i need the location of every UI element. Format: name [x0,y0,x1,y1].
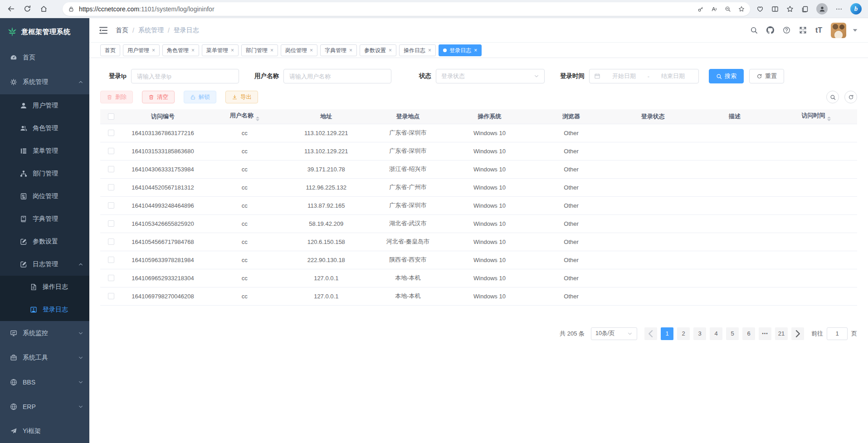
close-tab-icon[interactable]: × [474,47,477,54]
sidebar-item-user-mgmt[interactable]: 用户管理 [0,94,89,117]
favorites-icon[interactable] [786,5,794,13]
row-checkbox[interactable] [108,148,114,154]
close-tab-icon[interactable]: × [231,47,234,54]
sidebar-item-system-mgmt[interactable]: 系统管理 [0,70,89,94]
more-pages-button[interactable]: ••• [759,327,771,340]
github-icon[interactable] [766,26,774,34]
page-size-select[interactable]: 10条/页 [591,327,637,340]
jumper-input[interactable] [827,327,848,340]
help-icon[interactable] [783,26,790,34]
zoom-out-icon[interactable] [725,6,731,12]
page-button-1[interactable]: 1 [661,327,673,340]
sidebar-item-menu-mgmt[interactable]: 菜单管理 [0,140,89,162]
sidebar-item-dict-mgmt[interactable]: 字典管理 [0,208,89,230]
tab-dict-mgmt[interactable]: 字典管理× [320,44,357,56]
page-button-6[interactable]: 6 [742,327,755,340]
sidebar-item-param-settings[interactable]: 参数设置 [0,230,89,253]
sidebar-item-dept-mgmt[interactable]: 部门管理 [0,162,89,185]
toggle-search-button[interactable] [826,91,839,103]
row-checkbox[interactable] [108,293,114,299]
sidebar-item-bbs[interactable]: BBS [0,370,89,394]
close-tab-icon[interactable]: × [191,47,195,54]
tab-home[interactable]: 首页 [100,44,120,56]
sidebar-item-login-log[interactable]: 登录日志 [0,298,89,321]
close-tab-icon[interactable]: × [428,47,431,54]
row-checkbox[interactable] [108,275,114,281]
browser-back-icon[interactable] [7,5,15,13]
tab-role-mgmt[interactable]: 角色管理× [162,44,199,56]
sidebar-item-system-tools[interactable]: 系统工具 [0,346,89,370]
tab-post-mgmt[interactable]: 岗位管理× [281,44,317,56]
sidebar-item-yi-framework[interactable]: Yi框架 [0,419,89,443]
browser-profile-avatar[interactable] [816,3,828,15]
font-size-icon[interactable]: tT [815,26,822,34]
row-checkbox[interactable] [108,184,114,190]
page-button-21[interactable]: 21 [775,327,788,340]
clear-button[interactable]: 清空 [142,91,175,103]
tab-user-mgmt[interactable]: 用户管理× [123,44,160,56]
row-checkbox[interactable] [108,239,114,245]
user-name-input[interactable] [283,69,391,83]
tab-login-log[interactable]: 登录日志× [439,44,482,56]
browser-reload-icon[interactable] [24,5,31,13]
globe-icon [10,379,17,386]
collections-icon[interactable] [801,5,809,13]
page-button-5[interactable]: 5 [726,327,739,340]
sidebar-item-home[interactable]: 首页 [0,45,89,70]
close-tab-icon[interactable]: × [389,47,392,54]
tab-param-settings[interactable]: 参数设置× [360,44,396,56]
search-button[interactable]: 搜索 [709,69,744,83]
cell-description [694,251,775,269]
page-button-3[interactable]: 3 [693,327,706,340]
sidebar-item-role-mgmt[interactable]: 角色管理 [0,117,89,140]
tab-op-log[interactable]: 操作日志× [399,44,436,56]
login-ip-input[interactable] [131,69,239,83]
row-checkbox[interactable] [108,130,114,136]
sidebar-item-system-monitor[interactable]: 系统监控 [0,321,89,346]
delete-button[interactable]: 删除 [100,91,133,103]
close-tab-icon[interactable]: × [270,47,273,54]
column-header-user-name[interactable]: 用户名称 [204,109,285,124]
page-button-2[interactable]: 2 [677,327,690,340]
page-button-4[interactable]: 4 [710,327,722,340]
row-checkbox[interactable] [108,202,114,209]
unlock-button[interactable]: 解锁 [184,91,216,103]
add-favorite-star-icon[interactable] [738,6,745,12]
row-checkbox[interactable] [108,220,114,227]
browser-essentials-icon[interactable] [756,5,764,13]
reset-button[interactable]: 重置 [749,69,784,83]
breadcrumb-item[interactable]: 系统管理 [138,26,164,34]
next-page-button[interactable] [791,327,804,340]
bing-copilot-icon[interactable]: b [850,3,862,15]
close-tab-icon[interactable]: × [152,47,155,54]
browser-home-icon[interactable] [40,5,48,13]
collapse-sidebar-icon[interactable] [99,26,107,34]
breadcrumb-item[interactable]: 首页 [116,26,128,34]
split-screen-icon[interactable] [771,5,779,13]
tab-dept-mgmt[interactable]: 部门管理× [241,44,278,56]
close-tab-icon[interactable]: × [310,47,313,54]
address-bar[interactable]: https://ccnetcore.com:1101/system/log/lo… [63,2,750,16]
password-key-icon[interactable] [697,6,704,12]
browser-menu-icon[interactable] [835,5,843,13]
sidebar-item-erp[interactable]: ERP [0,394,89,419]
sidebar-item-log-mgmt[interactable]: 日志管理 [0,253,89,276]
row-checkbox[interactable] [108,257,114,263]
status-select[interactable]: 登录状态 [436,69,545,83]
avatar-caret-down-icon[interactable] [851,26,859,34]
prev-page-button[interactable] [644,327,657,340]
column-header-visit-time[interactable]: 访问时间 [775,109,857,124]
fullscreen-icon[interactable] [799,26,807,34]
read-aloud-icon[interactable] [711,6,717,12]
header-search-icon[interactable] [750,26,758,34]
close-tab-icon[interactable]: × [349,47,352,54]
sidebar-item-op-log[interactable]: 操作日志 [0,276,89,298]
export-button[interactable]: 导出 [225,91,258,103]
row-checkbox[interactable] [108,166,114,172]
login-time-range-picker[interactable]: 开始日期 - 结束日期 [589,69,699,83]
select-all-checkbox[interactable] [108,113,114,120]
tab-menu-mgmt[interactable]: 菜单管理× [202,44,239,56]
user-avatar[interactable] [831,23,846,38]
sidebar-item-post-mgmt[interactable]: 岗位管理 [0,185,89,208]
refresh-table-button[interactable] [844,91,857,103]
